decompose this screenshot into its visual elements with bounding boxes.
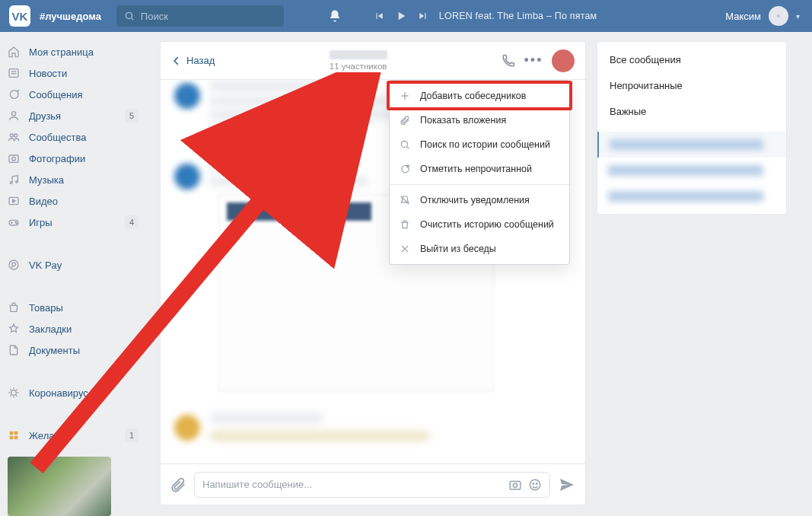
svg-line-28	[10, 395, 11, 396]
dd-mark-unread[interactable]: Отметить непрочитанной	[390, 157, 569, 181]
svg-rect-31	[14, 432, 18, 435]
svg-point-12	[10, 182, 12, 184]
music-player: LOREN feat. The Limba – По пятам	[374, 10, 597, 22]
nav-games[interactable]: Игры4	[0, 212, 145, 233]
messages-icon	[6, 88, 21, 100]
svg-point-9	[14, 134, 18, 137]
send-button[interactable]	[558, 476, 576, 494]
chat-body: Добавить собеседников Показать вложения …	[161, 80, 585, 463]
filter-folder-3[interactable]	[597, 183, 786, 209]
market-icon	[6, 301, 21, 314]
vk-logo[interactable]: VK	[9, 5, 30, 27]
emoji-icon[interactable]	[528, 478, 542, 492]
filter-folder-2[interactable]	[597, 158, 786, 183]
center-column: Назад 11 участников •••	[160, 32, 586, 516]
photos-icon	[6, 152, 21, 164]
header-tagline: #лучшедома	[40, 11, 101, 22]
chat-title[interactable]: 11 участников	[222, 50, 494, 71]
nav-friends[interactable]: Друзья5	[0, 105, 145, 126]
call-icon[interactable]	[502, 54, 515, 68]
search-input[interactable]: Поиск	[116, 5, 284, 27]
dd-leave-chat[interactable]: Выйти из беседы	[390, 237, 569, 261]
filter-unread[interactable]: Непрочитанные	[597, 72, 786, 98]
svg-point-36	[401, 141, 407, 147]
nav-music[interactable]: Музыка	[0, 169, 145, 190]
pay-icon	[6, 259, 21, 271]
nav-video[interactable]: Видео	[0, 190, 145, 212]
nav-vkpay[interactable]: VK Pay	[0, 254, 145, 276]
left-sidebar: Моя страница Новости Сообщения Друзья5 С…	[0, 32, 145, 516]
player-play-icon[interactable]	[395, 10, 407, 22]
trash-icon	[399, 219, 411, 230]
svg-line-29	[16, 389, 17, 390]
music-icon	[6, 174, 21, 186]
nav-market[interactable]: Товары	[0, 297, 145, 318]
dd-add-members[interactable]: Добавить собеседников	[390, 84, 569, 108]
svg-point-45	[533, 483, 534, 484]
svg-point-3	[777, 14, 781, 18]
filters-card: Все сообщения Непрочитанные Важные	[597, 41, 787, 215]
filter-all[interactable]: Все сообщения	[597, 46, 786, 72]
virus-icon	[6, 387, 21, 399]
chevron-down-icon: ▾	[796, 12, 800, 21]
badge: 5	[125, 109, 139, 123]
svg-line-26	[10, 389, 11, 390]
more-menu-button[interactable]: •••	[523, 50, 544, 72]
svg-point-20	[9, 260, 18, 269]
svg-line-1	[131, 18, 133, 21]
svg-rect-33	[14, 436, 18, 440]
user-avatar	[769, 6, 788, 26]
photo-icon[interactable]	[508, 478, 522, 492]
svg-point-21	[11, 390, 17, 396]
svg-point-8	[10, 134, 13, 137]
nav-photos[interactable]: Фотографии	[0, 148, 145, 169]
main-layout: Моя страница Новости Сообщения Друзья5 С…	[0, 32, 812, 516]
now-playing-text[interactable]: LOREN feat. The Limba – По пятам	[439, 11, 597, 21]
search-icon	[124, 11, 135, 21]
filter-important[interactable]: Важные	[597, 98, 786, 124]
svg-rect-42	[510, 481, 521, 489]
player-prev-icon[interactable]	[374, 11, 384, 21]
back-label: Назад	[186, 55, 215, 66]
svg-point-19	[16, 223, 17, 224]
message-input-bar: Напишите сообщение...	[161, 463, 585, 505]
nav-news[interactable]: Новости	[0, 62, 145, 84]
app-header: VK #лучшедома Поиск LOREN feat. The Limb…	[0, 0, 812, 32]
chat-avatar[interactable]	[552, 49, 575, 72]
nav-my-page[interactable]: Моя страница	[0, 41, 145, 62]
right-column: Все сообщения Непрочитанные Важные	[597, 32, 787, 516]
message-input[interactable]: Напишите сообщение...	[194, 472, 550, 498]
bookmarks-icon	[6, 323, 21, 335]
user-menu[interactable]: Максим ▾	[725, 6, 800, 26]
sidebar-thumbnail[interactable]	[8, 457, 111, 516]
nav-docs[interactable]: Документы	[0, 339, 145, 361]
svg-point-44	[530, 479, 540, 490]
attach-button[interactable]	[170, 476, 186, 493]
message-placeholder: Напишите сообщение...	[202, 479, 502, 490]
dd-mute[interactable]: Отключить уведомления	[390, 188, 569, 212]
plus-icon	[399, 91, 411, 101]
notifications-icon[interactable]	[328, 9, 342, 23]
svg-point-13	[16, 180, 18, 183]
user-name: Максим	[725, 11, 761, 22]
groups-icon	[6, 131, 21, 143]
nav-covid[interactable]: Коронавирус	[0, 382, 145, 403]
dd-show-attachments[interactable]: Показать вложения	[390, 108, 569, 132]
nav-messages[interactable]: Сообщения	[0, 84, 145, 105]
svg-rect-30	[10, 432, 14, 435]
close-icon	[399, 244, 411, 254]
chat-participants: 11 участников	[330, 62, 387, 71]
badge: 4	[125, 215, 139, 229]
nav-bookmarks[interactable]: Закладки	[0, 318, 145, 339]
player-next-icon[interactable]	[418, 11, 428, 21]
filter-folder-1[interactable]	[597, 132, 786, 158]
dd-search-history[interactable]: Поиск по истории сообщений	[390, 132, 569, 157]
chat-card: Назад 11 участников •••	[160, 41, 586, 505]
badge: 1	[125, 428, 139, 442]
dd-clear-history[interactable]: Очистить историю сообщений	[390, 212, 569, 237]
nav-wish[interactable]: Желания1	[0, 425, 145, 446]
svg-point-0	[126, 12, 132, 18]
nav-groups[interactable]: Сообщества	[0, 126, 145, 148]
svg-line-37	[407, 147, 409, 149]
back-button[interactable]: Назад	[171, 55, 215, 66]
